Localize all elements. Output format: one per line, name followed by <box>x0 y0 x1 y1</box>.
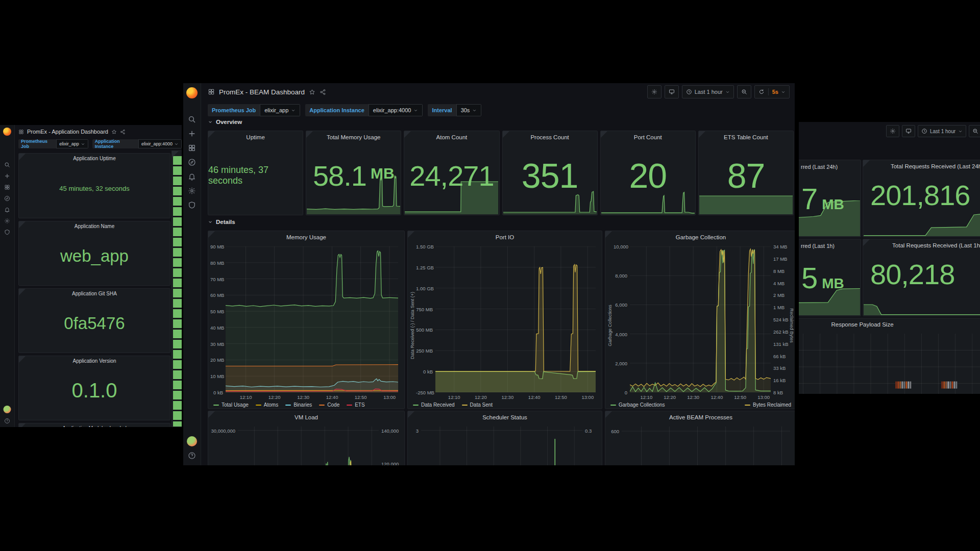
alerting-icon[interactable] <box>4 207 10 213</box>
search-icon[interactable] <box>4 162 10 168</box>
legend-item[interactable]: Bytes Reclaimed <box>745 402 791 408</box>
legend-item[interactable]: ETS <box>347 402 364 408</box>
create-icon[interactable] <box>188 130 196 138</box>
variable-dropdown[interactable]: 30s <box>456 104 482 116</box>
panel-info-icon[interactable] <box>19 154 26 160</box>
panel-info-icon[interactable] <box>208 231 215 238</box>
bottom-panels-row: VM Load 25,000,00030,000,000120,000140,0… <box>208 411 794 465</box>
time-range-picker[interactable]: Last 1 hour <box>918 125 966 137</box>
panel-info-icon[interactable] <box>208 411 215 418</box>
panel-info-icon[interactable] <box>863 160 870 167</box>
star-icon[interactable] <box>111 129 117 135</box>
legend-item[interactable]: Data Received <box>413 402 455 408</box>
search-icon[interactable] <box>188 115 196 123</box>
panel-info-icon[interactable] <box>605 231 612 238</box>
y-axis-tick: 750 MB <box>416 306 433 312</box>
legend-item[interactable]: Data Sent <box>462 402 493 408</box>
legend-item[interactable]: Binaries <box>285 402 312 408</box>
panel-title[interactable]: Port IO <box>408 231 602 243</box>
row-overview[interactable]: Overview <box>208 119 242 125</box>
panel-title[interactable]: Memory Usage <box>208 231 404 243</box>
panel-title[interactable]: Total Requests Received (Last 24h) <box>863 160 980 172</box>
active-beam-processes-chart[interactable]: 500600 <box>607 423 794 465</box>
panel-info-icon[interactable] <box>306 131 313 138</box>
grafana-logo-icon[interactable] <box>186 87 198 98</box>
x-axis-tick: 12:40 <box>528 394 541 400</box>
zoom-out-button[interactable] <box>737 85 751 98</box>
admin-icon[interactable] <box>4 229 10 235</box>
scheduler-status-chart[interactable]: 230.20.3 <box>410 423 600 465</box>
dashboard-settings-button[interactable] <box>886 125 899 137</box>
cycle-view-mode-button[interactable] <box>665 85 679 98</box>
panel-info-icon[interactable] <box>19 356 26 363</box>
time-range-picker[interactable]: Last 1 hour <box>682 85 734 98</box>
dashboards-icon[interactable] <box>4 184 10 190</box>
panel-info-icon[interactable] <box>19 423 26 427</box>
share-icon[interactable] <box>320 89 326 95</box>
memory-usage-chart[interactable]: 0 kB10 MB20 MB30 MB40 MB50 MB60 MB70 MB8… <box>210 243 402 408</box>
panel-title[interactable]: Application Git SHA <box>19 289 170 299</box>
variable-dropdown[interactable]: elixir_app:4000 <box>369 104 423 116</box>
help-icon[interactable] <box>4 418 10 424</box>
x-axis-tick: 12:30 <box>501 394 513 400</box>
create-icon[interactable] <box>4 173 10 179</box>
panel-info-icon[interactable] <box>404 131 411 138</box>
panel-title[interactable]: rred (Last 24h) <box>801 164 838 170</box>
nav-sidebar <box>183 83 201 465</box>
refresh-picker[interactable]: 5s <box>754 85 790 98</box>
panel-info-icon[interactable] <box>208 131 215 138</box>
panel-info-icon[interactable] <box>503 131 509 138</box>
dashboard-settings-button[interactable] <box>647 85 662 98</box>
y-axis-tick: 60 MB <box>210 292 223 298</box>
panel-info-icon[interactable] <box>699 131 705 138</box>
legend-item[interactable]: Atoms <box>256 402 278 408</box>
row-details[interactable]: Details <box>208 219 235 225</box>
variable-dropdown[interactable]: elixir_app <box>56 139 88 148</box>
panel-title[interactable]: Response Payload Size <box>799 318 980 331</box>
panel-info-icon[interactable] <box>601 131 607 138</box>
port-io-chart[interactable]: -250 MB0 kB250 MB500 MB750 MB1.00 GB1.25… <box>410 243 600 408</box>
configuration-icon[interactable] <box>4 218 10 224</box>
user-avatar[interactable] <box>4 406 11 413</box>
panel-title[interactable]: Application Uptime <box>19 154 170 164</box>
legend-item[interactable]: Total Usage <box>213 402 249 408</box>
panel-title[interactable]: Application Name <box>19 221 170 232</box>
legend-item[interactable]: Code <box>319 402 339 408</box>
configuration-icon[interactable] <box>188 187 196 195</box>
panel-title[interactable]: rred (Last 1h) <box>801 243 835 249</box>
grafana-logo-icon[interactable] <box>3 128 11 136</box>
panel-info-icon[interactable] <box>172 151 179 158</box>
panel-info-icon[interactable] <box>19 221 26 228</box>
panel-info-icon[interactable] <box>19 289 26 295</box>
star-icon[interactable] <box>309 89 315 95</box>
dashboard-title[interactable]: PromEx - Application Dashboard <box>27 129 108 135</box>
dashboard-title[interactable]: PromEx - BEAM Dashboard <box>219 88 305 96</box>
admin-icon[interactable] <box>188 201 196 209</box>
help-icon[interactable] <box>188 452 196 460</box>
cycle-view-mode-button[interactable] <box>902 125 915 137</box>
panel-title[interactable]: VM Load <box>208 411 404 423</box>
variable-dropdown[interactable]: elixir_app <box>260 104 300 116</box>
panel-title[interactable]: Application Modules Loaded <box>19 423 170 427</box>
panel-info-icon[interactable] <box>408 411 414 418</box>
vm-load-chart[interactable]: 25,000,00030,000,000120,000140,000 <box>210 423 402 465</box>
variable-dropdown[interactable]: elixir_app:4000 <box>138 139 182 148</box>
zoom-out-button[interactable] <box>969 125 980 137</box>
dashboards-icon[interactable] <box>188 144 196 152</box>
panel-title[interactable]: Application Version <box>19 356 170 366</box>
response-payload-heatmap[interactable] <box>799 331 980 394</box>
explore-icon[interactable] <box>4 195 10 202</box>
legend-item[interactable]: Garbage Collections <box>610 402 665 408</box>
panel-info-icon[interactable] <box>605 411 612 418</box>
explore-icon[interactable] <box>188 158 196 166</box>
user-avatar[interactable] <box>187 436 197 446</box>
garbage-collection-chart[interactable]: 02,0004,0006,0008,00010,0008 kB16 kB33 k… <box>607 243 794 408</box>
panel-title[interactable]: Active BEAM Processes <box>605 411 795 423</box>
panel-info-icon[interactable] <box>863 239 870 246</box>
alerting-icon[interactable] <box>188 172 196 181</box>
panel-info-icon[interactable] <box>408 231 414 238</box>
share-icon[interactable] <box>120 129 126 135</box>
panel-title[interactable]: Total Requests Received (Last 1h) <box>863 239 980 252</box>
panel-title[interactable]: Garbage Collection <box>605 231 795 243</box>
panel-title[interactable]: Scheduler Status <box>408 411 602 423</box>
